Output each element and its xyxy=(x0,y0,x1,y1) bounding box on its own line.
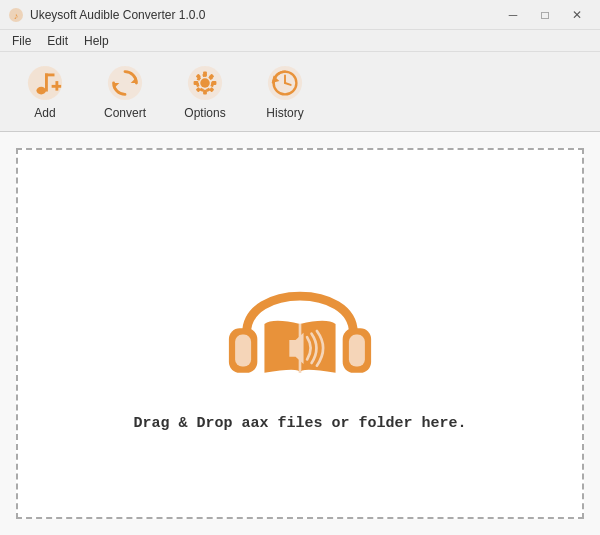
minimize-button[interactable]: ─ xyxy=(498,4,528,26)
convert-label: Convert xyxy=(104,106,146,120)
options-icon xyxy=(186,64,224,102)
history-label: History xyxy=(266,106,303,120)
close-button[interactable]: ✕ xyxy=(562,4,592,26)
toolbar: Add Convert xyxy=(0,52,600,132)
title-bar-controls: ─ □ ✕ xyxy=(498,4,592,26)
menu-file[interactable]: File xyxy=(4,32,39,50)
add-icon xyxy=(26,64,64,102)
svg-rect-14 xyxy=(203,71,207,76)
menu-help[interactable]: Help xyxy=(76,32,117,50)
drop-zone[interactable]: Drag & Drop aax files or folder here. xyxy=(16,148,584,519)
svg-rect-17 xyxy=(212,81,217,85)
convert-icon xyxy=(106,64,144,102)
title-bar-left: ♪ Ukeysoft Audible Converter 1.0.0 xyxy=(8,7,205,23)
options-button[interactable]: Options xyxy=(170,57,240,127)
maximize-button[interactable]: □ xyxy=(530,4,560,26)
add-label: Add xyxy=(34,106,55,120)
svg-point-3 xyxy=(36,86,46,94)
convert-button[interactable]: Convert xyxy=(90,57,160,127)
svg-rect-15 xyxy=(203,89,207,94)
svg-rect-16 xyxy=(194,81,199,85)
drop-zone-icon xyxy=(210,235,390,395)
svg-rect-30 xyxy=(349,335,365,367)
svg-rect-5 xyxy=(45,73,55,76)
menu-edit[interactable]: Edit xyxy=(39,32,76,50)
drop-zone-text: Drag & Drop aax files or folder here. xyxy=(133,415,466,432)
options-label: Options xyxy=(184,106,225,120)
svg-text:♪: ♪ xyxy=(14,11,19,21)
menu-bar: File Edit Help xyxy=(0,30,600,52)
history-icon xyxy=(266,64,304,102)
app-icon: ♪ xyxy=(8,7,24,23)
title-bar: ♪ Ukeysoft Audible Converter 1.0.0 ─ □ ✕ xyxy=(0,0,600,30)
history-button[interactable]: History xyxy=(250,57,320,127)
svg-rect-7 xyxy=(55,81,58,91)
main-content: Drag & Drop aax files or folder here. xyxy=(0,132,600,535)
svg-point-12 xyxy=(200,78,210,88)
svg-rect-29 xyxy=(235,335,251,367)
add-button[interactable]: Add xyxy=(10,57,80,127)
title-bar-title: Ukeysoft Audible Converter 1.0.0 xyxy=(30,8,205,22)
